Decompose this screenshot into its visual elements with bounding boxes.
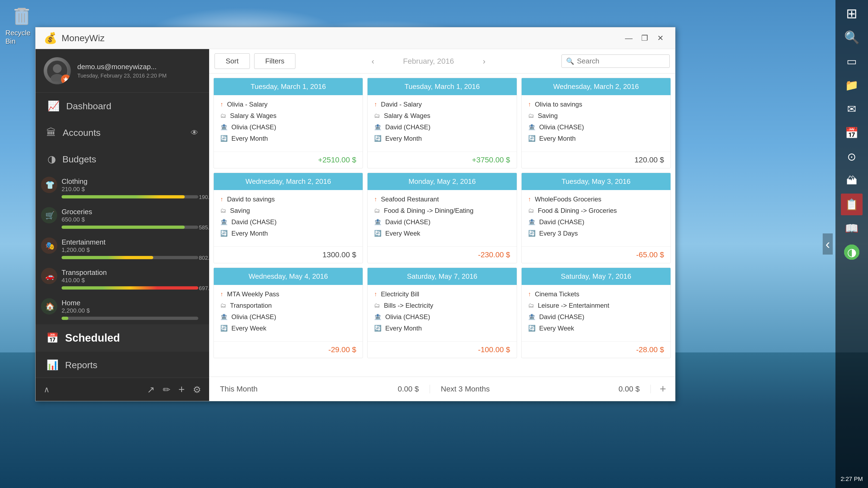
schedule-card-1[interactable]: Tuesday, March 1, 2016 ↑ David - Salary … — [367, 78, 517, 168]
news-icon[interactable]: 📋 — [841, 194, 863, 215]
taskbar-collapse-arrow[interactable]: ‹ — [823, 233, 833, 255]
card-1-date: Tuesday, March 1, 2016 — [368, 78, 517, 95]
taskbar-time: 2:27 PM — [835, 476, 868, 483]
card-5-name-icon: ↑ — [528, 196, 531, 203]
schedule-card-4[interactable]: Monday, May 2, 2016 ↑ Seafood Restaurant… — [367, 173, 517, 263]
clothing-name: Clothing — [62, 177, 201, 186]
media-icon[interactable]: ⊙ — [841, 146, 863, 167]
add-scheduled-button[interactable]: + — [651, 383, 675, 395]
card-4-date: Monday, May 2, 2016 — [368, 173, 517, 190]
this-month-value: 0.00 $ — [398, 385, 419, 393]
card-3-rec-icon: 🔄 — [220, 230, 227, 237]
transportation-name: Transportation — [62, 268, 201, 277]
card-3-account: David (CHASE) — [231, 218, 277, 226]
svg-point-8 — [53, 64, 62, 73]
search-box[interactable]: 🔍 — [561, 55, 670, 68]
schedule-card-3[interactable]: Wednesday, March 2, 2016 ↑ David to savi… — [214, 173, 363, 263]
budget-entertainment[interactable]: 🎭 Entertainment 1,200.00 $ 802.00 $ — [35, 233, 209, 263]
folder-icon[interactable]: 📁 — [841, 74, 863, 96]
budget-groceries[interactable]: 🛒 Groceries 650.00 $ 585.00 $ — [35, 203, 209, 233]
card-6-rec-icon: 🔄 — [220, 325, 227, 332]
sidebar-item-budgets[interactable]: ◑ Budgets — [35, 146, 209, 172]
edit-icon[interactable]: ✏ — [163, 384, 170, 395]
sort-button[interactable]: Sort — [215, 54, 250, 69]
minimize-button[interactable]: — — [622, 31, 636, 45]
restore-button[interactable]: ❐ — [638, 31, 651, 45]
card-6-date: Wednesday, May 4, 2016 — [214, 268, 363, 285]
card-3-amount: 1300.00 $ — [214, 247, 363, 263]
budget-transportation[interactable]: 🚗 Transportation 410.00 $ 697.00 $ — [35, 263, 209, 294]
recycle-bin[interactable]: Recycle Bin — [5, 5, 38, 45]
svg-text:🚗: 🚗 — [45, 272, 54, 281]
budget-clothing[interactable]: 👕 Clothing 210.00 $ 190.00 $ — [35, 172, 209, 203]
right-taskbar: ⊞ 🔍 ▭ 📁 ✉ 📅 ⊙ 🏔 📋 📖 ◑ 2:27 PM — [835, 0, 868, 488]
card-5-category: Food & Dining -> Groceries — [538, 207, 617, 215]
accounts-icon: 🏛 — [46, 127, 56, 138]
groceries-amount: 650.00 $ — [62, 216, 201, 223]
mail-icon[interactable]: ✉ — [841, 98, 863, 120]
card-5-acc-icon: 🏦 — [528, 219, 535, 226]
reading-icon[interactable]: 📖 — [841, 218, 863, 239]
card-7-account: Olivia (CHASE) — [385, 313, 430, 321]
windows-icon[interactable]: ⊞ — [841, 3, 863, 24]
schedule-card-8[interactable]: Saturday, May 7, 2016 ↑ Cinema Tickets 🗂… — [521, 268, 671, 358]
budget-home[interactable]: 🏠 Home 2,200.00 $ — [35, 294, 209, 324]
groceries-icon: 🛒 — [41, 207, 57, 223]
avatar — [44, 57, 71, 84]
this-month-stat: This Month 0.00 $ — [209, 385, 430, 393]
card-2-date: Wednesday, March 2, 2016 — [522, 78, 671, 95]
title-bar: 💰 MoneyWiz — ❐ ✕ — [35, 27, 675, 49]
calendar-icon[interactable]: 📅 — [841, 122, 863, 144]
search-input[interactable] — [577, 57, 665, 65]
svg-text:🏠: 🏠 — [45, 302, 54, 311]
card-1-amount: +3750.00 $ — [368, 152, 517, 168]
card-1-acc-icon: 🏦 — [374, 124, 381, 131]
settings-icon[interactable]: ⚙ — [193, 384, 201, 395]
card-0-category: Salary & Wages — [230, 112, 276, 120]
sidebar-item-scheduled[interactable]: 📅 Scheduled — [35, 324, 209, 352]
this-month-label: This Month — [220, 385, 258, 393]
profile-badge — [61, 74, 71, 84]
card-8-recurrence: Every Week — [539, 325, 574, 332]
schedule-card-6[interactable]: Wednesday, May 4, 2016 ↑ MTA Weekly Pass… — [214, 268, 363, 358]
entertainment-bar-label: 802.00 $ — [199, 255, 209, 261]
filters-button[interactable]: Filters — [254, 54, 296, 69]
card-3-category: Saving — [230, 207, 250, 215]
pie-icon[interactable]: ◑ — [841, 241, 863, 263]
schedule-card-7[interactable]: Saturday, May 7, 2016 ↑ Electricity Bill… — [367, 268, 517, 358]
photos-icon[interactable]: 🏔 — [841, 170, 863, 191]
close-button[interactable]: ✕ — [653, 31, 667, 45]
collapse-button[interactable]: ∧ — [44, 385, 50, 394]
sidebar-item-accounts[interactable]: 🏛 Accounts 👁 — [35, 119, 209, 146]
transportation-icon: 🚗 — [41, 268, 57, 284]
schedule-card-2[interactable]: Wednesday, March 2, 2016 ↑ Olivia to sav… — [521, 78, 671, 168]
card-8-cat-icon: 🗂 — [528, 302, 534, 309]
schedule-card-5[interactable]: Tuesday, May 3, 2016 ↑ WholeFoods Grocer… — [521, 173, 671, 263]
card-8-amount: -28.00 $ — [522, 341, 671, 358]
transportation-amount: 410.00 $ — [62, 277, 201, 284]
sidebar-item-reports[interactable]: 📊 Reports — [35, 352, 209, 378]
current-month-label: February, 2016 — [388, 57, 469, 66]
card-5-account: David (CHASE) — [539, 218, 585, 226]
reports-icon: 📊 — [46, 359, 59, 370]
schedule-card-0[interactable]: Tuesday, March 1, 2016 ↑ Olivia - Salary… — [214, 78, 363, 168]
groceries-name: Groceries — [62, 208, 201, 216]
card-2-category: Saving — [538, 112, 558, 120]
card-1-cat-icon: 🗂 — [374, 112, 380, 119]
next-month-button[interactable]: › — [477, 55, 491, 68]
tablet-icon[interactable]: ▭ — [841, 51, 863, 72]
search-icon[interactable]: 🔍 — [841, 27, 863, 48]
card-8-date: Saturday, May 7, 2016 — [522, 268, 671, 285]
prev-month-button[interactable]: ‹ — [366, 55, 380, 68]
card-1-rec-icon: 🔄 — [374, 135, 381, 142]
card-6-category: Transportation — [230, 302, 272, 310]
card-7-recurrence: Every Month — [385, 325, 422, 332]
card-7-name-icon: ↑ — [374, 291, 377, 298]
export-icon[interactable]: ↗ — [147, 384, 155, 395]
add-icon[interactable]: + — [179, 383, 185, 395]
sidebar-profile[interactable]: demo.us@moneywizap... Tuesday, February … — [35, 49, 209, 93]
sidebar-item-dashboard[interactable]: 📈 Dashboard — [35, 93, 209, 119]
card-2-account: Olivia (CHASE) — [539, 123, 584, 131]
recycle-bin-label: Recycle Bin — [5, 29, 38, 45]
app-window: 💰 MoneyWiz — ❐ ✕ — [35, 27, 675, 401]
